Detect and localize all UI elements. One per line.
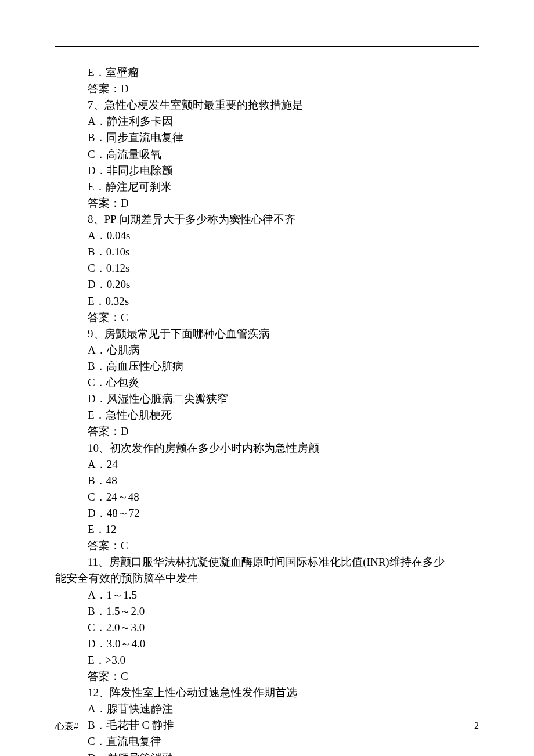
text-line: C．0.12s: [55, 260, 479, 276]
text-line: 11、房颤口服华法林抗凝使凝血酶原时间国际标准化比值(INR)维持在多少: [55, 554, 479, 570]
text-line: B．同步直流电复律: [55, 129, 479, 146]
text-line: E．>3.0: [55, 652, 479, 668]
text-line: B．1.5～2.0: [55, 603, 479, 620]
text-line: C．心包炎: [55, 375, 479, 391]
text-line: D．3.0～4.0: [55, 636, 479, 652]
text-line: B．高血压性心脏病: [55, 358, 479, 375]
page-footer: 心衰# 2: [55, 721, 479, 733]
text-line: A．24: [55, 456, 479, 473]
text-line: D．非同步电除颤: [55, 163, 479, 179]
text-line: 能安全有效的预防脑卒中发生: [55, 570, 479, 586]
footer-page-number: 2: [474, 721, 479, 733]
text-line: 答案：C: [55, 538, 479, 554]
text-line: C．24～48: [55, 489, 479, 505]
text-line: 答案：C: [55, 309, 479, 326]
text-line: E．12: [55, 521, 479, 538]
text-line: E．0.32s: [55, 293, 479, 309]
text-line: E．急性心肌梗死: [55, 407, 479, 423]
text-line: 答案：D: [55, 195, 479, 211]
text-line: C．直流电复律: [55, 733, 479, 750]
text-line: D．0.20s: [55, 276, 479, 293]
text-line: B．48: [55, 473, 479, 489]
text-line: B．0.10s: [55, 244, 479, 260]
text-line: 8、PP 间期差异大于多少称为窦性心律不齐: [55, 211, 479, 228]
document-body: E．室壁瘤答案：D7、急性心梗发生室颤时最重要的抢救措施是A．静注利多卡因B．同…: [55, 64, 479, 756]
text-line: C．2.0～3.0: [55, 620, 479, 636]
text-line: 12、阵发性室上性心动过速急性发作期首选: [55, 685, 479, 701]
text-line: A．腺苷快速静注: [55, 701, 479, 717]
text-line: E．静注尼可刹米: [55, 179, 479, 195]
text-line: A．0.04s: [55, 228, 479, 244]
text-line: A．静注利多卡因: [55, 113, 479, 129]
text-line: 10、初次发作的房颤在多少小时内称为急性房颤: [55, 440, 479, 456]
text-line: 7、急性心梗发生室颤时最重要的抢救措施是: [55, 97, 479, 113]
text-line: D．风湿性心脏病二尖瓣狭窄: [55, 391, 479, 407]
text-line: A．心肌病: [55, 342, 479, 358]
text-line: 答案：D: [55, 423, 479, 440]
text-line: 答案：D: [55, 81, 479, 97]
text-line: E．室壁瘤: [55, 64, 479, 81]
footer-left: 心衰#: [55, 721, 78, 733]
text-line: A．1～1.5: [55, 587, 479, 603]
document-page: E．室壁瘤答案：D7、急性心梗发生室颤时最重要的抢救措施是A．静注利多卡因B．同…: [0, 0, 534, 756]
header-divider: [55, 46, 479, 47]
text-line: C．高流量吸氧: [55, 146, 479, 163]
text-line: D．48～72: [55, 505, 479, 521]
text-line: D．射频导管消融: [55, 750, 479, 756]
text-line: 9、房颤最常见于下面哪种心血管疾病: [55, 326, 479, 342]
text-line: 答案：C: [55, 668, 479, 685]
